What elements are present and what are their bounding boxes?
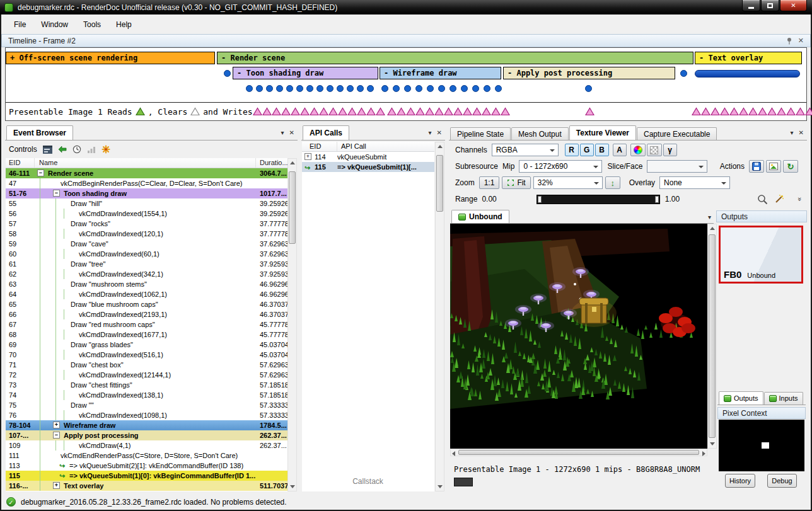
menu-tools[interactable]: Tools [77,18,107,32]
texture-tab-dropdown-icon[interactable]: ▾ [708,214,711,221]
write-triangle-icon[interactable] [729,107,739,116]
event-row[interactable]: 56vkCmdDrawIndexed(1554,1)39.25926 [6,209,287,219]
scrollbar-thumb[interactable] [458,450,699,455]
write-triangle-icon[interactable] [786,107,796,116]
event-row[interactable]: 76vkCmdDrawIndexed(1098,1)57.33333 [6,410,287,420]
write-triangle-icon[interactable] [376,107,385,116]
channel-g-button[interactable]: G [580,144,594,156]
event-row[interactable]: 75Draw ""57.33333 [6,400,287,410]
fb0-thumbnail[interactable]: FB0 Unbound [719,226,803,284]
event-row[interactable]: 60vkCmdDrawIndexed(60,1)37.62963 [6,249,287,259]
event-row[interactable]: 73Draw "chest fittings"57.18518 [6,380,287,390]
save-texture-button[interactable] [749,160,764,173]
write-triangle-icon[interactable] [357,107,366,116]
write-triangle-icon[interactable] [805,107,812,116]
column-eid[interactable]: EID [6,158,35,168]
write-triangle-icon[interactable] [253,107,262,116]
column-api-call[interactable]: API Call [337,142,434,151]
scroll-up-icon[interactable] [710,227,715,230]
write-triangle-icon[interactable] [347,107,357,116]
write-triangle-icon[interactable] [692,107,701,116]
timeline-icon[interactable] [43,146,52,154]
write-triangle-icon[interactable] [748,107,758,116]
write-triangle-icon[interactable] [338,107,347,116]
history-button[interactable]: History [725,474,755,488]
minimize-button[interactable] [742,0,760,11]
texture-vertical-scrollbar[interactable] [707,224,717,449]
tab-capture-executable[interactable]: Capture Executable [637,127,717,140]
event-row[interactable]: 68vkCmdDrawIndexed(1677,1)45.77778 [6,330,287,340]
texture-tab-unbound[interactable]: Unbound [451,210,509,223]
alpha-background-button[interactable] [647,144,662,156]
timeline-draw-dot[interactable] [461,85,468,92]
timeline-marker-bar[interactable]: - Render scene [217,52,693,64]
event-row[interactable]: 109vkCmdDraw(4,1)262.37... [6,440,287,451]
tree-expander[interactable]: − [37,169,44,176]
timeline-draw-dot[interactable] [266,85,273,92]
timeline-draw-dot[interactable] [484,85,490,92]
api-call-row[interactable]: ↪115=> vkQueueSubmit(1)[... [302,162,434,172]
write-triangle-icon[interactable] [291,107,300,116]
channel-b-button[interactable]: B [595,144,609,156]
write-triangle-icon[interactable] [767,107,777,116]
timeline-draw-dot[interactable] [296,85,303,92]
event-row[interactable]: 63Draw "mushroom stems"46.96296 [6,279,287,289]
write-triangle-icon[interactable] [472,107,482,116]
event-row[interactable]: 70vkCmdDrawIndexed(516,1)45.03704 [6,350,287,360]
channels-select[interactable]: RGBA [492,144,559,156]
event-row[interactable]: 67Draw "red mushroom caps"45.77778 [6,319,287,330]
timeline-draw-dot[interactable] [495,85,502,92]
write-triangle-icon[interactable] [796,107,805,116]
maximize-button[interactable] [761,0,779,11]
flip-y-button[interactable]: ↕ [605,176,620,189]
timeline-draw-dot[interactable] [404,85,411,92]
write-triangle-icon[interactable] [397,107,406,116]
zoom-range-magnifier-icon[interactable] [757,194,768,205]
overlay-select[interactable]: None [659,176,730,189]
tree-expander[interactable]: + [304,153,311,160]
scrollbar-thumb[interactable] [709,234,716,438]
timeline-draw-dot[interactable] [438,85,445,92]
timeline-draw-dot[interactable] [256,85,263,92]
scroll-up-icon[interactable] [438,145,443,148]
write-triangle-icon[interactable] [491,107,501,116]
timeline-draw-dot[interactable] [585,85,592,92]
slice-face-select[interactable] [647,160,707,173]
write-triangle-icon[interactable] [482,107,491,116]
column-eid[interactable]: EID [302,142,337,151]
event-row[interactable]: 107-...−Apply post processing262.37... [6,430,287,440]
custom-shader-button[interactable] [630,144,646,156]
timeline-draw-dot[interactable] [427,85,434,92]
timeline-draw-pill[interactable] [695,70,800,78]
write-triangle-icon[interactable] [453,107,463,116]
event-row[interactable]: 62vkCmdDrawIndexed(342,1)37.92593 [6,269,287,279]
event-row[interactable]: 58vkCmdDrawIndexed(120,1)37.77778 [6,229,287,239]
timeline-marker-bar[interactable]: - Apply post processing [503,67,675,79]
tab-texture-viewer[interactable]: Texture Viewer [569,125,636,140]
timeline-draw-dot[interactable] [680,70,687,77]
tree-expander[interactable]: − [53,190,60,197]
api-call-row[interactable]: +114vkQueueSubmit [302,152,434,162]
event-row[interactable]: 61Draw "tree"37.92593 [6,259,287,269]
event-row[interactable]: 72vkCmdDrawIndexed(12144,1)57.62963 [6,370,287,380]
scroll-down-icon[interactable] [710,442,715,445]
timeline-draw-dot[interactable] [347,85,354,92]
write-triangle-icon[interactable] [281,107,291,116]
open-texture-button[interactable] [766,160,781,173]
event-row[interactable]: 111vkCmdEndRenderPass(C=Store, D=Store, … [6,451,287,461]
event-row[interactable]: 113↪=> vkQueueSubmit(2)[1]: vkEndCommand… [6,461,287,471]
event-row[interactable]: 115↪=> vkQueueSubmit(1)[0]: vkBeginComma… [6,471,287,481]
timeline-draw-dot[interactable] [327,85,334,92]
timeline-draw-dot[interactable] [450,85,456,92]
write-triangle-icon[interactable] [425,107,434,116]
scroll-down-icon[interactable] [290,485,295,488]
zoom-level-combo[interactable]: 32% [533,176,603,189]
event-row[interactable]: 59Draw "cave"37.62963 [6,239,287,249]
write-triangle-icon[interactable] [585,107,594,116]
tab-pipeline-state[interactable]: Pipeline State [450,127,511,140]
timeline-draw-dot[interactable] [286,85,293,92]
timeline-canvas[interactable]: + Off-screen scene rendering- Render sce… [6,48,806,102]
dock-close-icon[interactable]: ✕ [289,129,294,136]
api-calls-column-header[interactable]: EID API Call [302,142,434,152]
timeline-draw-dot[interactable] [472,85,479,92]
